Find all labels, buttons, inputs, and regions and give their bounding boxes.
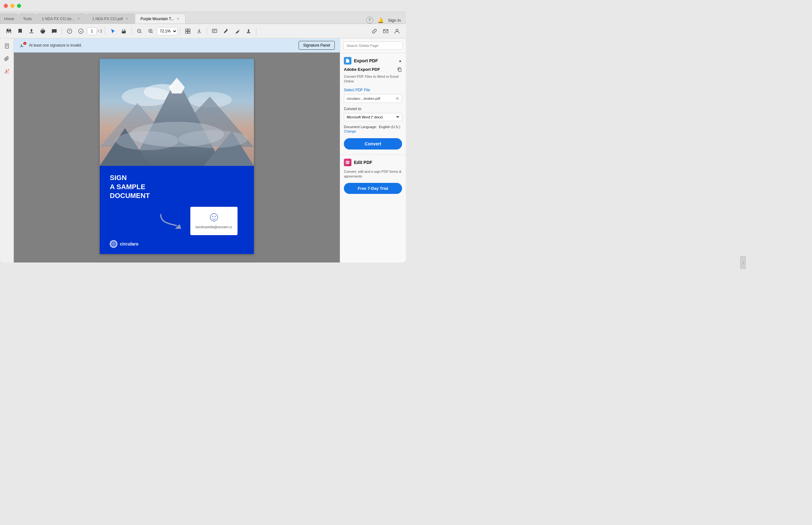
- page-down-button[interactable]: [76, 26, 86, 36]
- edit-section-title: Edit PDF: [354, 160, 372, 165]
- panel-search-input[interactable]: [343, 42, 403, 50]
- tabbar: Home Tools 1 NDA PX CCl.do... ✕ 1 NDA PX…: [0, 12, 406, 24]
- divider-1: [62, 27, 62, 35]
- page-up-button[interactable]: [64, 26, 75, 36]
- tab-nda1[interactable]: 1 NDA PX CCl.do... ✕: [36, 14, 86, 24]
- file-name-text: circularo-...broken.pdf: [347, 96, 394, 101]
- signature-area: karolinastella@seznam.cz: [110, 207, 238, 235]
- pdf-page-1: SIGN A SAMPLE DOCUMENT: [100, 59, 254, 254]
- divider-3: [132, 27, 132, 35]
- doc-language-change-link[interactable]: Change: [344, 129, 356, 133]
- page-total: 2: [100, 29, 102, 33]
- minimize-button[interactable]: [10, 4, 14, 8]
- link-button[interactable]: [369, 26, 379, 36]
- email-button[interactable]: [381, 26, 391, 36]
- export-subtitle: Adobe Export PDF: [344, 67, 380, 72]
- main-content: ! At least one signature is invalid. Sig…: [0, 39, 406, 262]
- cursor-tool-button[interactable]: [108, 26, 118, 36]
- notification-icon[interactable]: 🔔: [378, 17, 384, 23]
- logo-icon: [110, 240, 117, 248]
- tab-tools[interactable]: Tools: [19, 14, 36, 24]
- svg-rect-4: [186, 29, 187, 31]
- export-section-header[interactable]: Export PDF ▲: [340, 53, 406, 67]
- pdf-pages: SIGN A SAMPLE DOCUMENT: [14, 52, 340, 260]
- toolbar: 1 / 2 72.1% 50% 75% 100% 125% 150%: [0, 24, 406, 39]
- sidebar-item-signatures[interactable]: [2, 66, 12, 76]
- export-description: Convert PDF Files to Word or Excel Onlin…: [344, 74, 402, 84]
- upload-button[interactable]: [27, 26, 36, 36]
- stamp-button[interactable]: [244, 26, 254, 36]
- doc-language-label: Document Language:: [344, 125, 377, 129]
- signature-panel-button[interactable]: Signature Panel: [298, 41, 335, 50]
- tab-nda2-close-icon[interactable]: ✕: [125, 17, 129, 21]
- divider-5: [207, 27, 207, 35]
- hand-tool-button[interactable]: [119, 26, 129, 36]
- nav-right: ? 🔔 Sign In: [366, 17, 406, 24]
- tab-nda2[interactable]: 1 NDA PX CCl.pdf ✕: [87, 14, 134, 24]
- export-pdf-icon: [344, 57, 351, 64]
- maximize-button[interactable]: [17, 4, 21, 8]
- grid-view-button[interactable]: [183, 26, 193, 36]
- save-button[interactable]: [4, 26, 14, 36]
- tab-purple-close-icon[interactable]: ✕: [176, 17, 180, 21]
- svg-rect-5: [188, 29, 190, 31]
- viewer-area: ! At least one signature is invalid. Sig…: [14, 39, 340, 262]
- help-icon[interactable]: ?: [366, 17, 373, 24]
- tab-home[interactable]: Home: [0, 14, 18, 24]
- select-pdf-file-link[interactable]: Select PDF File: [344, 88, 402, 92]
- svg-rect-11: [5, 44, 9, 48]
- doc-language-value: English (U.S.): [379, 125, 400, 129]
- svg-point-35: [113, 244, 114, 244]
- download-button[interactable]: [194, 26, 204, 36]
- sidebar-item-pages[interactable]: [2, 41, 12, 51]
- zoom-in-button[interactable]: [145, 26, 156, 36]
- export-section-header-left: Export PDF: [344, 57, 378, 64]
- export-section-title: Export PDF: [354, 58, 378, 63]
- signin-button[interactable]: Sign In: [388, 18, 401, 22]
- comment-button[interactable]: [49, 26, 59, 36]
- doc-language: Document Language: English (U.S.) Change: [344, 125, 402, 133]
- page-nav: 1 / 2: [87, 27, 102, 35]
- tab-nda1-close-icon[interactable]: ✕: [76, 17, 81, 21]
- svg-point-30: [210, 213, 218, 221]
- signature-box: karolinastella@seznam.cz: [190, 207, 238, 235]
- svg-point-31: [212, 216, 213, 217]
- bookmark-button[interactable]: [15, 26, 25, 36]
- print-button[interactable]: [38, 26, 48, 36]
- page-mountain-image: [100, 59, 254, 166]
- edit-description: Convert, edit and e-sign PDF forms & agr…: [344, 169, 402, 179]
- smiley-sketch: [206, 213, 222, 222]
- tab-nda2-label: 1 NDA PX CCl.pdf: [92, 17, 123, 21]
- file-clear-button[interactable]: ✕: [396, 96, 399, 101]
- format-select[interactable]: Microsoft Word (*.docx) Microsoft Excel …: [344, 113, 402, 121]
- comments-panel-button[interactable]: [210, 26, 219, 36]
- account-button[interactable]: [392, 26, 402, 36]
- sig-email: karolinastella@seznam.cz: [196, 225, 232, 229]
- signature-message: At least one signature is invalid.: [29, 43, 296, 47]
- svg-point-12: [8, 69, 9, 71]
- svg-point-27: [116, 131, 179, 150]
- convert-to-label: Convert to: [344, 107, 402, 111]
- edit-section-header: Edit PDF: [344, 159, 402, 166]
- svg-rect-6: [186, 31, 187, 33]
- panel-search: [340, 39, 406, 53]
- page-separator: /: [98, 29, 99, 33]
- free-trial-button[interactable]: Free 7-Day Trial: [344, 183, 402, 194]
- zoom-out-button[interactable]: [134, 26, 144, 36]
- tab-tools-label: Tools: [23, 17, 32, 21]
- zoom-select[interactable]: 72.1% 50% 75% 100% 125% 150%: [157, 27, 178, 35]
- svg-rect-7: [188, 31, 190, 33]
- right-panel: Export PDF ▲ Adobe Export PDF: [340, 39, 406, 262]
- close-button[interactable]: [4, 4, 8, 8]
- highlight-button[interactable]: [232, 26, 242, 36]
- pen-tool-button[interactable]: [221, 26, 231, 36]
- sidebar-item-attachments[interactable]: [2, 54, 12, 63]
- convert-button[interactable]: Convert: [344, 138, 402, 150]
- page-number-input[interactable]: 1: [87, 27, 96, 35]
- copy-link-button[interactable]: [397, 67, 402, 73]
- tab-purple[interactable]: Purple Mountain T... ✕: [135, 14, 186, 24]
- page-blue-section: SIGN A SAMPLE DOCUMENT: [100, 166, 254, 254]
- export-pdf-section: Export PDF ▲ Adobe Export PDF: [340, 53, 406, 155]
- traffic-lights: [4, 4, 21, 8]
- circularo-logo: circularo: [110, 240, 138, 248]
